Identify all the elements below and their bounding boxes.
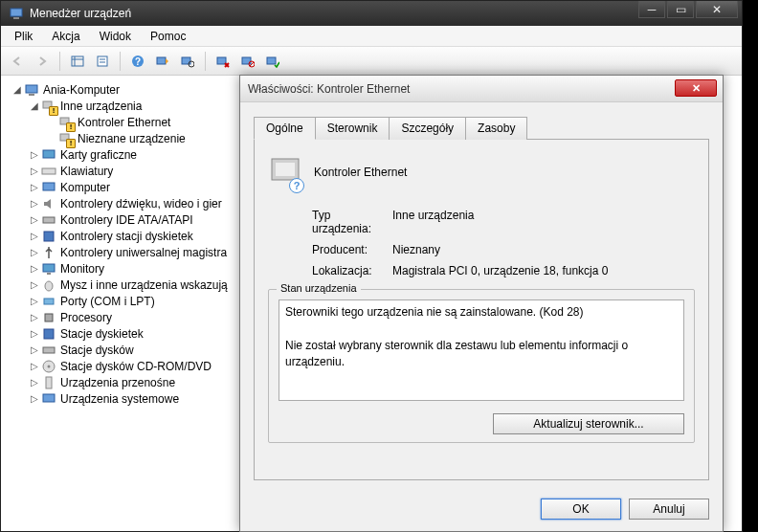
tree-label: Nieznane urządzenie [78,132,186,145]
tree-label: Ania-Komputer [43,83,120,97]
properties-dialog: Właściwości: Kontroler Ethernet ✕ Ogólne… [239,75,724,532]
sound-icon [41,196,56,211]
menu-plik[interactable]: Plik [5,28,42,45]
tree-label: Mysz i inne urządzenia wskazują [60,278,228,292]
svg-rect-37 [46,377,52,388]
tree-label: Klawiatury [60,165,113,178]
label-device-type: Typ urządzenia: [268,209,392,235]
app-icon [9,6,24,21]
svg-rect-33 [44,329,54,339]
ok-button[interactable]: OK [541,499,621,520]
svg-point-30 [45,281,53,291]
tool-back [7,51,28,72]
tree-label: Kontrolery uniwersalnej magistra [60,246,227,259]
floppy-icon [41,229,56,244]
close-button[interactable]: ✕ [696,1,738,18]
maximize-button[interactable]: ▭ [667,1,694,18]
disk-icon [41,343,56,358]
svg-rect-26 [43,217,55,223]
svg-rect-2 [72,56,83,66]
toolbar: ? [1,47,742,76]
svg-rect-24 [42,168,56,174]
svg-rect-23 [43,150,55,158]
tab-details[interactable]: Szczegóły [389,117,466,140]
groupbox-title: Stan urządzenia [277,282,361,294]
menu-widok[interactable]: Widok [90,28,141,45]
value-manufacturer: Nieznany [392,243,695,256]
tool-scan[interactable] [152,51,173,72]
device-icon: ! [58,115,74,130]
tool-enable[interactable] [262,51,283,72]
tree-label: Procesory [60,311,112,324]
svg-rect-1 [13,17,19,19]
computer-icon [24,82,39,98]
tree-label: Urządzenia przenośne [60,376,175,389]
tree-label: Karty graficzne [60,148,137,162]
svg-rect-31 [44,299,54,304]
label-manufacturer: Producent: [268,243,392,256]
dialog-tabs: Ogólne Sterownik Szczegóły Zasoby [254,116,709,140]
floppy-drive-icon [41,326,56,342]
tab-driver[interactable]: Sterownik [315,117,390,140]
keyboard-icon [41,164,56,179]
tool-disable[interactable] [237,51,258,72]
value-device-type: Inne urządzenia [392,209,695,235]
svg-rect-19 [29,94,34,96]
update-driver-button[interactable]: Aktualizuj sterownik... [493,413,684,434]
collapse-icon[interactable]: ◢ [11,84,24,95]
usb-icon [41,245,56,260]
minimize-button[interactable]: ─ [638,1,665,18]
svg-rect-40 [276,163,295,176]
menu-akcja[interactable]: Akcja [42,28,89,45]
svg-rect-0 [11,9,22,16]
mouse-icon [41,277,56,293]
cdrom-icon [41,359,56,374]
tree-label: Kontroler Ethernet [78,116,170,129]
monitor-icon [41,261,56,277]
tree-label: Stacje dysków [60,344,134,357]
collapse-icon[interactable]: ◢ [28,100,41,111]
tool-properties[interactable] [92,51,113,72]
svg-rect-25 [43,183,55,190]
tree-label: Monitory [60,262,104,276]
tree-label: Kontrolery stacji dyskietek [60,230,193,243]
svg-rect-5 [98,56,107,66]
tree-label: Stacje dyskietek [60,327,144,341]
other-devices-icon: ! [41,99,56,114]
svg-rect-28 [43,264,55,272]
tree-label: Porty (COM i LPT) [60,295,155,308]
dialog-title: Właściwości: Kontroler Ethernet [248,82,410,96]
device-large-icon: ? [268,153,302,191]
label-location: Lokalizacja: [268,264,392,277]
dialog-titlebar[interactable]: Właściwości: Kontroler Ethernet ✕ [240,76,723,102]
svg-rect-32 [45,314,53,321]
tool-details-view[interactable] [67,51,88,72]
tool-update[interactable] [177,51,198,72]
svg-rect-34 [43,347,55,353]
system-icon [41,391,56,407]
computer-icon [41,180,56,195]
svg-rect-17 [267,57,276,64]
window-title: Menedżer urządzeń [30,7,131,20]
menu-pomoc[interactable]: Pomoc [141,28,195,45]
dialog-close-button[interactable]: ✕ [675,79,717,97]
svg-rect-10 [157,57,166,64]
tab-resources[interactable]: Zasoby [465,117,527,140]
value-location: Magistrala PCI 0, urządzenie 18, funkcja… [392,264,695,277]
svg-rect-38 [43,394,55,402]
svg-rect-13 [217,57,226,64]
menubar: Plik Akcja Widok Pomoc [1,26,742,47]
tool-forward [32,51,53,72]
tool-uninstall[interactable] [212,51,234,72]
svg-text:?: ? [135,56,141,67]
tree-label: Kontrolery dźwięku, wideo i gier [60,197,222,211]
device-icon: ! [58,131,74,146]
svg-rect-29 [47,273,51,275]
tree-label: Inne urządzenia [60,100,142,113]
cancel-button[interactable]: Anuluj [629,499,709,520]
tab-general[interactable]: Ogólne [254,117,316,140]
titlebar[interactable]: Menedżer urządzeń ─ ▭ ✕ [1,1,742,26]
svg-rect-18 [26,85,37,93]
tool-help[interactable]: ? [127,51,148,72]
device-status-textarea[interactable] [279,299,684,401]
